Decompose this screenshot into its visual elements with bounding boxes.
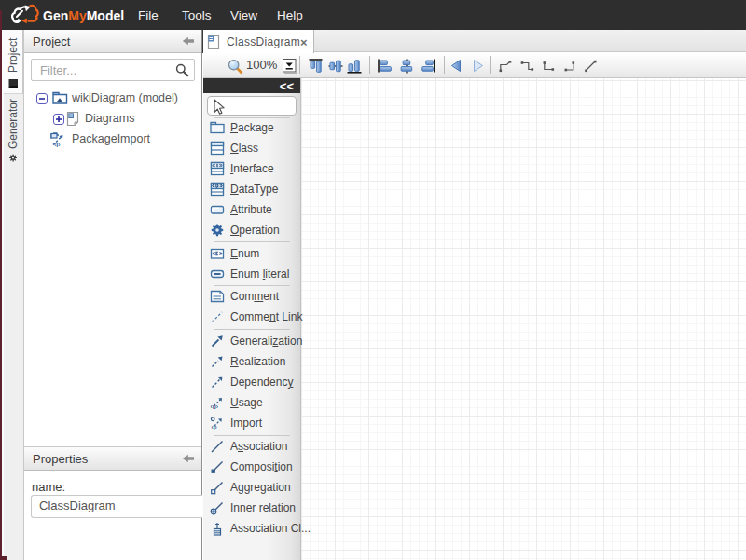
svg-text:‹I›: ‹I› [212, 424, 217, 430]
svg-text:‹I›: ‹I› [54, 142, 61, 148]
svg-text:‹u›: ‹u› [211, 403, 218, 410]
